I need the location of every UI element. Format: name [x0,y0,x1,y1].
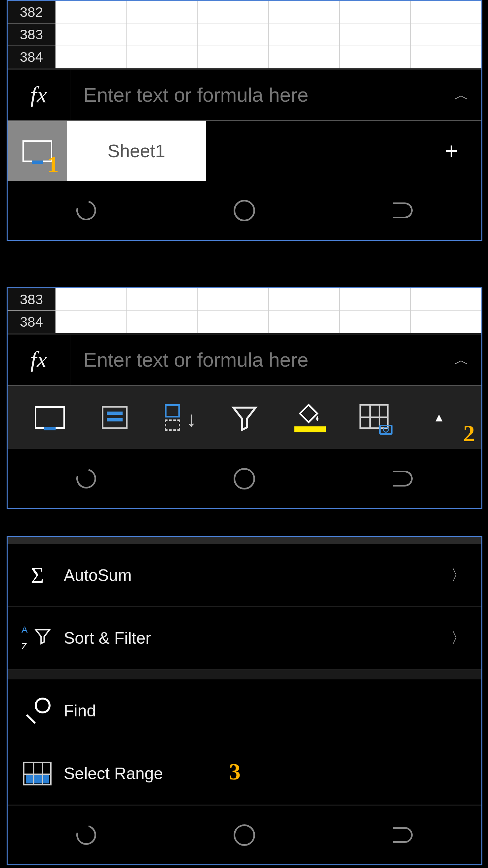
cell[interactable] [56,311,126,333]
cell[interactable] [340,311,411,333]
formula-input[interactable] [70,70,442,120]
cell[interactable] [411,311,481,333]
row-header[interactable]: 384 [8,311,56,333]
menu-grab-bar[interactable] [8,537,481,544]
row-header[interactable]: 384 [8,46,56,68]
cell[interactable] [126,288,197,310]
cell[interactable] [56,1,126,23]
chevron-up-icon[interactable]: ︿ [442,85,481,105]
recent-apps-icon[interactable] [76,825,96,845]
menu-label: Find [54,701,448,720]
back-icon[interactable] [393,203,413,218]
cell[interactable] [411,46,481,68]
cell[interactable] [197,288,269,310]
cell[interactable] [56,24,126,45]
picture-from-grid-button[interactable] [356,404,393,431]
screenshot-2: 383 384 fx ︿ [7,287,482,509]
menu-label: Sort & Filter [54,628,448,648]
menu-separator [8,670,481,679]
formula-bar: fx ︿ [8,68,481,121]
home-icon[interactable] [234,200,255,221]
row-header[interactable]: 382 [8,1,56,23]
cell[interactable] [197,311,269,333]
cell[interactable] [56,46,126,68]
spreadsheet-grid[interactable]: 382 383 384 [8,1,481,68]
sort-icon [165,404,194,431]
menu-label: AutoSum [54,566,448,585]
monitor-icon [23,141,52,162]
back-icon[interactable] [393,471,413,487]
recent-apps-icon[interactable] [76,469,96,489]
cell[interactable] [340,46,411,68]
sort-button[interactable] [161,404,198,431]
cell[interactable] [340,1,411,23]
fill-color-button[interactable] [291,403,328,432]
chevron-right-icon: 〉 [448,565,468,585]
sort-filter-icon: AZ [23,626,52,650]
quick-toolbar: ▲ [8,386,481,449]
expand-toolbar-button[interactable]: ▲ [421,410,457,425]
cell[interactable] [126,1,197,23]
cell[interactable] [269,24,340,45]
cell[interactable] [411,1,481,23]
cell[interactable] [126,24,197,45]
search-icon [24,698,51,724]
cell[interactable] [197,46,269,68]
add-sheet-button[interactable]: + [206,121,481,181]
home-icon[interactable] [234,825,255,846]
sheet-view-button[interactable] [8,121,67,181]
cell[interactable] [126,311,197,333]
menu-list: Σ AutoSum 〉 AZ Sort & Filter 〉 [8,544,481,805]
screenshot-3: Σ AutoSum 〉 AZ Sort & Filter 〉 [7,536,482,865]
cell[interactable] [197,24,269,45]
sort-filter-item[interactable]: AZ Sort & Filter 〉 [8,607,481,670]
sheet-tab-strip: Sheet1 + [8,121,481,181]
formula-bar: fx ︿ [8,333,481,386]
funnel-icon [230,403,260,432]
recent-apps-icon[interactable] [76,200,96,220]
cell[interactable] [411,24,481,45]
cell[interactable] [56,288,126,310]
autosum-item[interactable]: Σ AutoSum 〉 [8,544,481,607]
monitor-icon [35,406,65,429]
grid-camera-icon [360,404,389,431]
spreadsheet-grid[interactable]: 383 384 [8,288,481,333]
fill-bucket-icon [293,403,326,432]
triangle-up-icon: ▲ [433,410,445,425]
row-header[interactable]: 383 [8,24,56,45]
cell[interactable] [269,311,340,333]
cell[interactable] [269,46,340,68]
system-nav [8,805,481,864]
system-nav [8,449,481,508]
card-view-button[interactable] [96,406,133,429]
cell[interactable] [340,288,411,310]
sheet-view-button[interactable] [32,406,68,429]
chevron-right-icon: 〉 [448,628,468,648]
system-nav [8,181,481,240]
screenshot-1: 382 383 384 fx ︿ [7,0,482,241]
menu-label: Select Range [54,764,448,783]
cell[interactable] [340,24,411,45]
chevron-up-icon[interactable]: ︿ [442,350,481,370]
fx-icon[interactable]: fx [8,70,70,120]
cell[interactable] [411,288,481,310]
fx-icon[interactable]: fx [8,335,70,385]
home-icon[interactable] [234,468,255,490]
formula-input[interactable] [70,335,442,385]
find-item[interactable]: Find [8,679,481,742]
cell[interactable] [126,46,197,68]
filter-button[interactable] [226,403,263,432]
sigma-icon: Σ [31,562,44,588]
card-icon [102,406,127,429]
select-range-icon [23,762,52,785]
back-icon[interactable] [393,827,413,843]
sheet-tab[interactable]: Sheet1 [67,121,206,181]
cell[interactable] [269,1,340,23]
cell[interactable] [269,288,340,310]
cell[interactable] [197,1,269,23]
select-range-item[interactable]: Select Range 3 [8,742,481,805]
row-header[interactable]: 383 [8,288,56,310]
